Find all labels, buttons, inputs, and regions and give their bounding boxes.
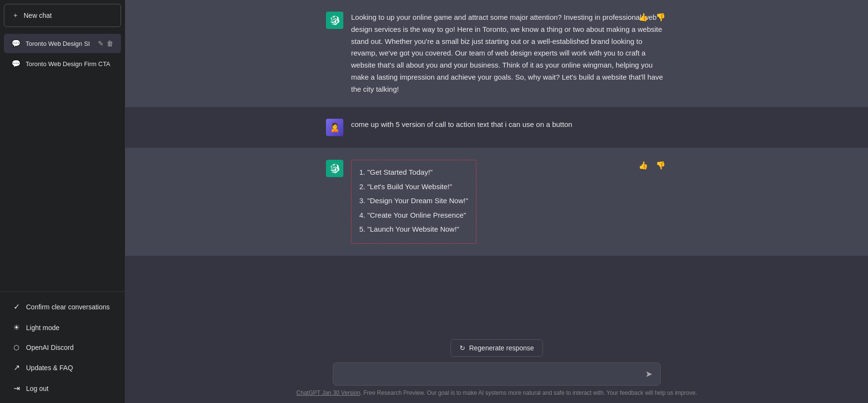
user-avatar: 🙎	[326, 119, 343, 136]
chat-item-1[interactable]: 💬 Toronto Web Design SI ✎ 🗑	[4, 34, 121, 53]
input-row: ➤	[333, 362, 661, 386]
checkmark-icon: ✓	[12, 302, 21, 311]
footer-link[interactable]: ChatGPT Jan 30 Version	[297, 389, 361, 396]
edit-icon[interactable]: ✎	[98, 40, 104, 47]
message-text-1: Looking to up your online game and attra…	[351, 12, 667, 95]
new-chat-label: New chat	[24, 12, 52, 19]
footer-text: ChatGPT Jan 30 Version. Free Research Pr…	[297, 389, 697, 400]
cta-list-item-4: 4. "Create Your Online Presence"	[359, 209, 468, 222]
chat-icon: 💬	[12, 39, 21, 48]
regenerate-label: Regenerate response	[469, 344, 534, 352]
sidebar-bottom: ✓ Confirm clear conversations ☀ Light mo…	[0, 292, 125, 403]
discord-icon: ⬡	[12, 344, 21, 351]
cta-list: 1. "Get Started Today!"2. "Let's Build Y…	[359, 166, 468, 236]
sidebar-item-light-mode[interactable]: ☀ Light mode	[4, 318, 121, 337]
thumbs-up-button-3[interactable]: 👍	[637, 160, 650, 171]
message-inner-1: Looking to up your online game and attra…	[318, 12, 675, 95]
gpt-avatar-3	[326, 160, 343, 177]
message-block-1: Looking to up your online game and attra…	[125, 0, 868, 107]
message-text-3: 1. "Get Started Today!"2. "Let's Build Y…	[351, 160, 667, 244]
chat-area: Looking to up your online game and attra…	[125, 0, 868, 334]
cta-list-item-5: 5. "Launch Your Website Now!"	[359, 223, 468, 236]
discord-label: OpenAI Discord	[26, 344, 74, 351]
message-actions-3: 👍 👎	[637, 160, 667, 171]
delete-icon[interactable]: 🗑	[107, 40, 113, 47]
new-chat-button[interactable]: ＋ New chat	[4, 4, 121, 27]
logout-icon: ⇥	[12, 384, 21, 393]
send-icon: ➤	[645, 369, 652, 379]
chat-list: 💬 Toronto Web Design SI ✎ 🗑 💬 Toronto We…	[0, 31, 125, 292]
cta-list-item-3: 3. "Design Your Dream Site Now!"	[359, 195, 468, 207]
plus-icon: ＋	[12, 11, 19, 20]
thumbs-down-button-1[interactable]: 👎	[654, 12, 667, 23]
external-link-icon: ↗	[12, 363, 21, 372]
cta-list-item-1: 1. "Get Started Today!"	[359, 166, 468, 179]
thumbs-down-button-3[interactable]: 👎	[654, 160, 667, 171]
faq-label: Updates & FAQ	[26, 364, 73, 372]
thumbs-up-button-1[interactable]: 👍	[637, 12, 650, 23]
regenerate-button[interactable]: ↻ Regenerate response	[450, 339, 543, 357]
message-inner-2: 🙎 come up with 5 version of call to acti…	[318, 119, 675, 136]
user-avatar-image: 🙎	[329, 122, 340, 133]
message-inner-3: 1. "Get Started Today!"2. "Let's Build Y…	[318, 160, 675, 244]
sidebar: ＋ New chat 💬 Toronto Web Design SI ✎ 🗑 💬…	[0, 0, 125, 403]
send-button[interactable]: ➤	[641, 369, 652, 379]
input-area: ↻ Regenerate response ➤ ChatGPT Jan 30 V…	[125, 334, 868, 403]
gpt-avatar-1	[326, 12, 343, 29]
chat-item-actions: ✎ 🗑	[98, 40, 113, 47]
message-text-2: come up with 5 version of call to action…	[351, 119, 667, 131]
logout-label: Log out	[26, 385, 49, 392]
regenerate-icon: ↻	[460, 344, 465, 352]
cta-list-item-2: 2. "Let's Build Your Website!"	[359, 181, 468, 193]
confirm-clear-label: Confirm clear conversations	[26, 303, 110, 311]
chat-item-label-2: Toronto Web Design Firm CTA	[26, 60, 113, 68]
sidebar-item-discord[interactable]: ⬡ OpenAI Discord	[4, 338, 121, 357]
chat-icon-2: 💬	[12, 59, 21, 68]
chat-item-2[interactable]: 💬 Toronto Web Design Firm CTA	[4, 54, 121, 73]
sidebar-item-logout[interactable]: ⇥ Log out	[4, 378, 121, 398]
sidebar-item-faq[interactable]: ↗ Updates & FAQ	[4, 358, 121, 377]
light-mode-label: Light mode	[26, 324, 59, 332]
sun-icon: ☀	[12, 323, 21, 332]
message-block-2: 🙎 come up with 5 version of call to acti…	[125, 107, 868, 148]
message-actions-1: 👍 👎	[637, 12, 667, 23]
message-block-3: 1. "Get Started Today!"2. "Let's Build Y…	[125, 148, 868, 256]
cta-list-box: 1. "Get Started Today!"2. "Let's Build Y…	[351, 160, 476, 244]
message-input[interactable]	[341, 370, 641, 378]
sidebar-item-confirm-clear[interactable]: ✓ Confirm clear conversations	[4, 297, 121, 317]
main-content: Looking to up your online game and attra…	[125, 0, 868, 403]
chat-item-label: Toronto Web Design SI	[26, 40, 93, 47]
